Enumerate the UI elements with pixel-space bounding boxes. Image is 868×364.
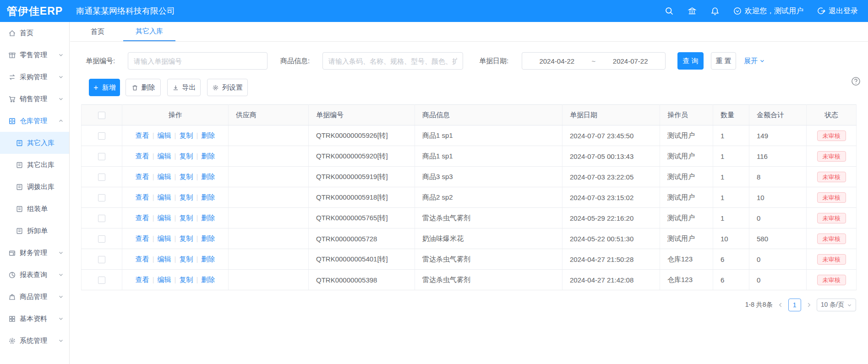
bell-icon[interactable] — [710, 6, 720, 16]
sidebar-item-warehouse[interactable]: 仓库管理 — [0, 110, 69, 132]
row-checkbox[interactable] — [98, 215, 105, 222]
delete-link[interactable]: 删除 — [201, 131, 215, 139]
date-range-picker[interactable]: 2024-04-22 ~ 2024-07-22 — [522, 52, 666, 70]
copy-link[interactable]: 复制 — [179, 152, 193, 160]
copy-link[interactable]: 复制 — [179, 131, 193, 139]
sidebar-item-disassembly[interactable]: 拆卸单 — [0, 220, 69, 242]
header-supplier: 供应商 — [229, 105, 309, 125]
row-checkbox[interactable] — [98, 194, 105, 201]
cell-supplier — [229, 249, 309, 270]
edit-link[interactable]: 编辑 — [158, 234, 171, 242]
view-link[interactable]: 查看 — [136, 131, 149, 139]
prev-page-button[interactable] — [777, 302, 784, 308]
row-checkbox[interactable] — [98, 174, 105, 181]
user-welcome[interactable]: 欢迎您，测试用户 — [733, 6, 803, 16]
copy-link[interactable]: 复制 — [179, 173, 193, 180]
copy-link[interactable]: 复制 — [179, 234, 193, 242]
date-from: 2024-04-22 — [539, 57, 574, 65]
header-date: 单据日期 — [562, 105, 660, 125]
row-checkbox[interactable] — [98, 132, 105, 140]
cell-product: 雷达杀虫气雾剂 — [415, 208, 562, 228]
row-checkbox[interactable] — [98, 256, 105, 263]
page-size-select[interactable]: 10 条/页 — [817, 299, 856, 311]
view-link[interactable]: 查看 — [136, 255, 149, 263]
cell-amount: 10 — [749, 187, 807, 208]
delete-link[interactable]: 删除 — [201, 173, 215, 180]
tab-home[interactable]: 首页 — [84, 22, 111, 41]
row-checkbox[interactable] — [98, 235, 105, 243]
delete-link[interactable]: 删除 — [201, 193, 215, 201]
sidebar-item-basic-data[interactable]: 基本资料 — [0, 308, 69, 330]
sidebar-item-retail[interactable]: 零售管理 — [0, 44, 69, 66]
delete-link[interactable]: 删除 — [201, 276, 215, 283]
page-number[interactable]: 1 — [788, 299, 801, 311]
chevron-down-icon — [58, 316, 64, 321]
select-all-checkbox[interactable] — [98, 112, 105, 119]
copy-link[interactable]: 复制 — [179, 193, 193, 201]
search-icon[interactable] — [665, 6, 674, 16]
edit-link[interactable]: 编辑 — [158, 255, 171, 263]
sidebar-item-home[interactable]: 首页 — [0, 22, 69, 44]
sidebar-item-reports[interactable]: 报表查询 — [0, 264, 69, 286]
view-link[interactable]: 查看 — [136, 214, 149, 222]
bank-icon[interactable] — [688, 6, 697, 16]
product-info-input[interactable] — [322, 52, 463, 70]
sidebar-item-finance[interactable]: 财务管理 — [0, 242, 69, 264]
search-button[interactable]: 查 询 — [677, 52, 704, 70]
expand-toggle[interactable]: 展开 — [744, 52, 765, 70]
row-checkbox[interactable] — [98, 153, 105, 160]
next-page-button[interactable] — [806, 302, 812, 308]
logout-button[interactable]: 退出登录 — [817, 6, 858, 16]
cell-supplier — [229, 270, 309, 290]
tab-other-inbound[interactable]: 其它入库 — [123, 22, 175, 41]
help-icon[interactable] — [851, 76, 861, 86]
view-link[interactable]: 查看 — [136, 276, 149, 283]
add-button[interactable]: 新增 — [89, 79, 120, 96]
copy-link[interactable]: 复制 — [179, 214, 193, 222]
sidebar-item-label: 商品管理 — [20, 293, 47, 301]
bag-icon — [8, 293, 16, 301]
header-product: 商品信息 — [415, 105, 562, 125]
row-checkbox[interactable] — [98, 277, 105, 284]
cell-amount: 0 — [749, 270, 807, 290]
reset-button[interactable]: 重 置 — [711, 52, 736, 70]
view-link[interactable]: 查看 — [136, 234, 149, 242]
copy-link[interactable]: 复制 — [179, 255, 193, 263]
cell-order-no: QTRK00000005918[转] — [309, 187, 415, 208]
edit-link[interactable]: 编辑 — [158, 152, 171, 160]
edit-link[interactable]: 编辑 — [158, 214, 171, 222]
delete-link[interactable]: 删除 — [201, 255, 215, 263]
copy-link[interactable]: 复制 — [179, 276, 193, 283]
delete-link[interactable]: 删除 — [201, 234, 215, 242]
cell-date: 2024-07-07 23:45:50 — [562, 125, 660, 146]
sidebar-item-transfer-outbound[interactable]: 调拨出库 — [0, 176, 69, 198]
edit-link[interactable]: 编辑 — [158, 173, 171, 180]
column-settings-button[interactable]: 列设置 — [207, 79, 248, 96]
sidebar-item-other-inbound[interactable]: 其它入库 — [0, 132, 69, 154]
sidebar-item-sales[interactable]: 销售管理 — [0, 88, 69, 110]
view-link[interactable]: 查看 — [136, 173, 149, 180]
sidebar-item-other-outbound[interactable]: 其它出库 — [0, 154, 69, 176]
delete-link[interactable]: 删除 — [201, 152, 215, 160]
edit-link[interactable]: 编辑 — [158, 131, 171, 139]
cell-qty: 1 — [713, 125, 749, 146]
date-to: 2024-07-22 — [613, 57, 648, 65]
edit-link[interactable]: 编辑 — [158, 276, 171, 283]
export-button[interactable]: 导出 — [167, 79, 201, 96]
delete-link[interactable]: 删除 — [201, 214, 215, 222]
table-row: 查看|编辑|复制|删除QTRK00000005920[转]商品1 sp12024… — [82, 146, 857, 167]
sidebar-item-system[interactable]: 系统管理 — [0, 330, 69, 352]
table-row: 查看|编辑|复制|删除QTRK00000005401[转]雷达杀虫气雾剂2024… — [82, 249, 857, 270]
sidebar-item-assembly[interactable]: 组装单 — [0, 198, 69, 220]
edit-link[interactable]: 编辑 — [158, 193, 171, 201]
cell-date: 2024-07-03 23:22:05 — [562, 167, 660, 187]
delete-button[interactable]: 删除 — [126, 79, 161, 96]
view-link[interactable]: 查看 — [136, 152, 149, 160]
view-link[interactable]: 查看 — [136, 193, 149, 201]
sidebar-item-purchase[interactable]: 采购管理 — [0, 66, 69, 88]
sidebar-item-goods[interactable]: 商品管理 — [0, 286, 69, 308]
order-no-input[interactable] — [128, 52, 267, 70]
status-badge: 未审核 — [817, 151, 846, 162]
doc-icon — [16, 161, 23, 169]
date-label: 单据日期: — [479, 52, 508, 70]
